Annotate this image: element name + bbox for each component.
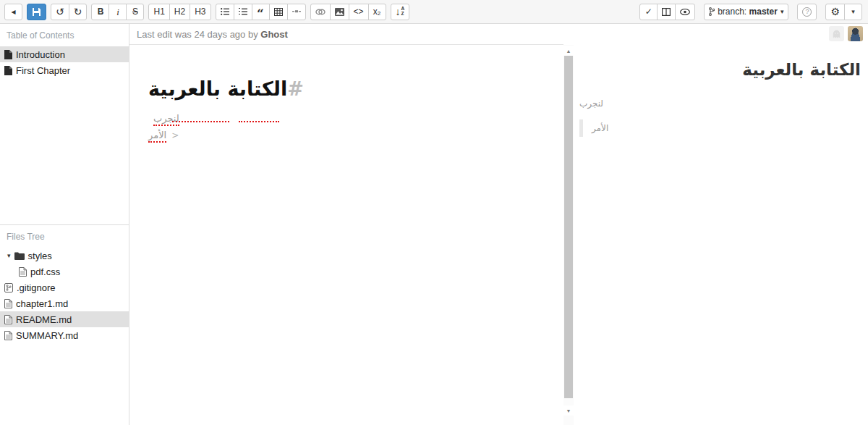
page-file-icon bbox=[4, 50, 12, 59]
files-tree-header: Files Tree bbox=[0, 225, 129, 248]
preview-button[interactable] bbox=[675, 4, 695, 20]
h2-button[interactable]: H2 bbox=[169, 4, 190, 20]
help-button[interactable]: ? bbox=[797, 4, 817, 20]
strikethrough-button[interactable]: S bbox=[126, 4, 144, 20]
sidebar: Table of Contents Introduction First Cha… bbox=[0, 24, 129, 425]
undo-icon: ↺ bbox=[56, 7, 64, 17]
file-row-label: pdf.css bbox=[30, 266, 60, 277]
editor-quote-word: الأمر bbox=[148, 130, 166, 143]
file-row-label: .gitignore bbox=[17, 282, 55, 293]
preview-blockquote: الأمر bbox=[579, 119, 861, 137]
branch-name: master bbox=[749, 7, 778, 16]
horizontal-rule-button[interactable] bbox=[287, 4, 306, 20]
code-button[interactable]: <> bbox=[349, 4, 369, 20]
link-button[interactable] bbox=[310, 4, 331, 20]
sort-button[interactable]: ↓ AZ bbox=[391, 4, 410, 20]
more-caret-icon: ▾ bbox=[851, 9, 855, 15]
scroll-up-icon[interactable]: ▲ bbox=[563, 46, 574, 56]
folder-icon bbox=[14, 252, 25, 260]
status-bar: Last edit was 24 days ago by Ghost bbox=[129, 24, 868, 45]
file-text-icon bbox=[4, 331, 12, 340]
file-row-label: README.md bbox=[16, 314, 72, 325]
file-text-icon bbox=[4, 315, 12, 324]
subscript-2: 2 bbox=[378, 11, 380, 17]
editor-heading-text: الكتابة بالعربية bbox=[148, 77, 287, 100]
sidebar-item-first-chapter[interactable]: First Chapter bbox=[0, 62, 129, 78]
split-view-button[interactable] bbox=[657, 4, 676, 20]
eye-icon bbox=[680, 9, 690, 15]
preview-heading: الكتابة بالعربية bbox=[579, 60, 861, 79]
last-edit-author: Ghost bbox=[260, 29, 288, 40]
italic-button[interactable]: i bbox=[109, 4, 127, 20]
gear-icon: ⚙ bbox=[830, 7, 840, 17]
commit-check-button[interactable]: ✓ bbox=[639, 4, 658, 20]
numbered-list-icon bbox=[239, 8, 247, 15]
markdown-editor-pane[interactable]: #الكتابة بالعربية لنجرب الأمر> bbox=[129, 45, 563, 425]
files-tree-panel: Files Tree ▾ styles pdf.css .gitignore c… bbox=[0, 224, 129, 343]
help-icon: ? bbox=[802, 7, 812, 17]
h1-button[interactable]: H1 bbox=[148, 4, 169, 20]
spellcheck-underline bbox=[172, 121, 229, 122]
sidebar-item-label: First Chapter bbox=[16, 65, 70, 76]
image-button[interactable] bbox=[330, 4, 349, 20]
ghost-avatar[interactable] bbox=[829, 26, 844, 41]
file-row-label: styles bbox=[28, 251, 52, 261]
file-row-styles-folder[interactable]: ▾ styles bbox=[0, 248, 129, 264]
editor-heading-line: #الكتابة بالعربية bbox=[148, 77, 304, 100]
undo-button[interactable]: ↺ bbox=[51, 4, 69, 20]
settings-button[interactable]: ⚙ bbox=[825, 4, 845, 20]
subscript-button[interactable]: x2 bbox=[368, 4, 386, 20]
sidebar-item-label: Introduction bbox=[16, 49, 65, 60]
image-icon bbox=[335, 8, 344, 16]
horizontal-rule-icon bbox=[292, 9, 301, 14]
file-row-chapter1-md[interactable]: chapter1.md bbox=[0, 295, 129, 311]
markdown-hash-marker: # bbox=[287, 77, 304, 100]
check-icon: ✓ bbox=[645, 7, 652, 16]
file-row-gitignore[interactable]: .gitignore bbox=[0, 279, 129, 295]
user-avatar[interactable] bbox=[848, 26, 863, 41]
bullet-list-icon bbox=[221, 8, 229, 15]
branch-caret-icon: ▾ bbox=[780, 9, 784, 15]
back-icon: ◂ bbox=[11, 7, 15, 16]
editor-scrollbar[interactable]: ▲ ▼ bbox=[563, 45, 574, 425]
branch-dropdown[interactable]: branch: master ▾ bbox=[704, 4, 788, 20]
editor-blockquote-line: الأمر> bbox=[148, 130, 179, 140]
table-icon bbox=[274, 8, 283, 16]
file-text-icon bbox=[4, 299, 12, 308]
preview-paragraph: لنجرب bbox=[579, 98, 861, 109]
numbered-list-button[interactable] bbox=[234, 4, 252, 20]
file-row-pdf-css[interactable]: pdf.css bbox=[0, 264, 129, 279]
folder-expand-caret-icon: ▾ bbox=[7, 252, 11, 259]
bold-button[interactable]: B bbox=[91, 4, 109, 20]
sort-arrow-icon: ↓ bbox=[396, 7, 401, 17]
preview-pane: الكتابة بالعربية لنجرب الأمر bbox=[574, 45, 868, 425]
more-dropdown-button[interactable]: ▾ bbox=[844, 4, 862, 20]
quote-button[interactable]: “ bbox=[252, 4, 270, 20]
branch-label: branch: bbox=[718, 7, 746, 16]
table-button[interactable] bbox=[269, 4, 288, 20]
sidebar-item-introduction[interactable]: Introduction bbox=[0, 46, 129, 62]
quote-icon: “ bbox=[257, 12, 264, 17]
file-row-label: chapter1.md bbox=[16, 298, 68, 309]
bullet-list-button[interactable] bbox=[216, 4, 234, 20]
last-edit-text: Last edit was 24 days ago by Ghost bbox=[137, 29, 288, 40]
redo-icon: ↻ bbox=[74, 7, 82, 17]
markdown-quote-marker: > bbox=[171, 130, 179, 140]
file-row-summary-md[interactable]: SUMMARY.md bbox=[0, 327, 129, 343]
back-button[interactable]: ◂ bbox=[4, 4, 22, 20]
spellcheck-underline bbox=[239, 121, 279, 122]
file-text-icon bbox=[19, 267, 27, 277]
redo-button[interactable]: ↻ bbox=[69, 4, 88, 20]
file-row-readme-md[interactable]: README.md bbox=[0, 311, 129, 327]
save-floppy-icon bbox=[32, 7, 41, 17]
git-branch-icon bbox=[709, 7, 715, 16]
h3-button[interactable]: H3 bbox=[190, 4, 210, 20]
collaborator-avatars bbox=[829, 26, 863, 41]
page-file-icon bbox=[4, 66, 12, 75]
link-icon bbox=[315, 9, 326, 15]
gitignore-file-icon bbox=[4, 283, 13, 293]
save-button[interactable] bbox=[27, 4, 46, 20]
scrollbar-thumb[interactable] bbox=[564, 56, 573, 398]
toolbar: ◂ ↺ ↻ B i S H1 H2 H3 “ bbox=[0, 0, 868, 24]
scroll-down-icon[interactable]: ▼ bbox=[563, 405, 574, 416]
